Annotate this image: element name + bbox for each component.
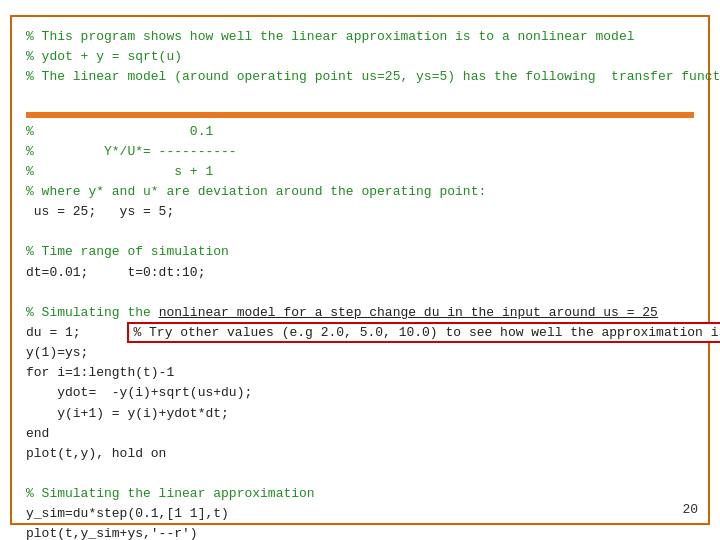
code-line-time-comment: % Time range of simulation bbox=[26, 242, 694, 262]
code-line-us-ys: us = 25; ys = 5; bbox=[26, 202, 694, 222]
slide-container: % This program shows how well the linear… bbox=[10, 15, 710, 525]
code-line-numerator: % 0.1 bbox=[26, 122, 694, 142]
code-line-3: % The linear model (around operating poi… bbox=[26, 67, 694, 87]
code-line-1: % This program shows how well the linear… bbox=[26, 27, 694, 47]
code-line-ydot: ydot= -y(i)+sqrt(us+du); bbox=[26, 383, 694, 403]
code-line-du: du = 1; % Try other values (e.g 2.0, 5.0… bbox=[26, 323, 694, 343]
code-line-blank-3 bbox=[26, 283, 694, 303]
code-line-plot2: plot(t,y_sim+ys,'--r') bbox=[26, 524, 694, 540]
red-box-comment: % Try other values (e.g 2.0, 5.0, 10.0) … bbox=[127, 322, 720, 343]
code-block: % This program shows how well the linear… bbox=[26, 27, 694, 540]
code-line-yi1: y(i+1) = y(i)+ydot*dt; bbox=[26, 404, 694, 424]
code-line-y1: y(1)=ys; bbox=[26, 343, 694, 363]
orange-divider-bar bbox=[26, 112, 694, 118]
code-line-blank-2 bbox=[26, 222, 694, 242]
code-line-where: % where y* and u* are deviation around t… bbox=[26, 182, 694, 202]
code-line-blank-4 bbox=[26, 464, 694, 484]
code-line-denominator: % s + 1 bbox=[26, 162, 694, 182]
code-line-simulating-comment: % Simulating the nonlinear model for a s… bbox=[26, 303, 694, 323]
code-line-2: % ydot + y = sqrt(u) bbox=[26, 47, 694, 67]
code-line-blank-1 bbox=[26, 87, 694, 107]
code-line-for: for i=1:length(t)-1 bbox=[26, 363, 694, 383]
code-line-end: end bbox=[26, 424, 694, 444]
code-line-plot1: plot(t,y), hold on bbox=[26, 444, 694, 464]
page-number: 20 bbox=[682, 502, 698, 517]
code-line-dt: dt=0.01; t=0:dt:10; bbox=[26, 263, 694, 283]
code-line-linear-comment: % Simulating the linear approximation bbox=[26, 484, 694, 504]
code-line-ysim: y_sim=du*step(0.1,[1 1],t) bbox=[26, 504, 694, 524]
code-line-fraction: % Y*/U*= ---------- bbox=[26, 142, 694, 162]
